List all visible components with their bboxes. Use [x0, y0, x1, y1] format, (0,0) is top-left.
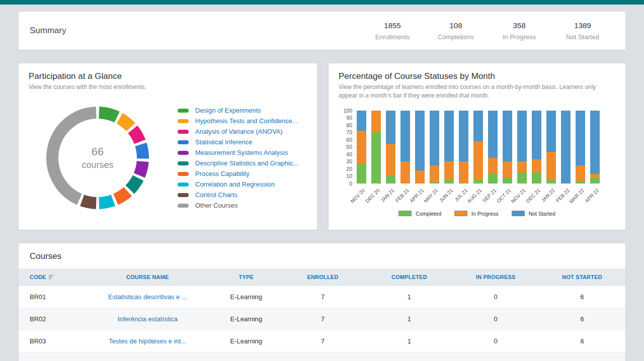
bar-segment-completed[interactable] [532, 172, 541, 184]
donut-segment-1[interactable] [120, 119, 131, 128]
legend-label[interactable]: Descriptive Statistics and Graphic... [195, 159, 298, 167]
bar-segment-completed[interactable] [503, 177, 512, 184]
bar-segment-in-progress[interactable] [517, 161, 527, 172]
cell-enrolled: 7 [280, 352, 366, 361]
sort-icon[interactable] [49, 275, 55, 280]
bar-segment-in-progress[interactable] [590, 174, 600, 177]
bar-segment-not-started[interactable] [400, 111, 410, 162]
bar-legend-label: Not Started [529, 211, 555, 217]
column-header-inprogress[interactable]: IN PROGRESS [452, 268, 539, 286]
cell-name[interactable]: Testes de hipóteses e int... [83, 330, 213, 352]
bar-segment-completed[interactable] [371, 132, 381, 184]
bar-segment-completed[interactable] [444, 180, 454, 184]
cell-name[interactable]: Inferência estatística [83, 308, 213, 330]
bar-segment-completed[interactable] [546, 180, 556, 184]
cell-name[interactable]: Estatísticas descritivas e ... [83, 286, 213, 308]
cell-completed: 1 [366, 286, 452, 308]
bar-segment-in-progress[interactable] [371, 111, 381, 133]
donut-segment-9[interactable] [52, 113, 96, 199]
bar-segment-in-progress[interactable] [386, 144, 395, 176]
donut-legend-item-4[interactable]: Measurement Systems Analysis [178, 147, 298, 158]
column-header-completed[interactable]: COMPLETED [366, 268, 452, 286]
bar-segment-not-started[interactable] [546, 111, 556, 152]
legend-label[interactable]: Statistical Inference [195, 138, 252, 146]
bar-segment-not-started[interactable] [430, 111, 439, 165]
column-header-code[interactable]: CODE [19, 268, 83, 286]
bar-segment-in-progress[interactable] [473, 141, 483, 180]
legend-label[interactable]: Measurement Systems Analysis [195, 149, 288, 156]
bar-segment-not-started[interactable] [488, 111, 498, 158]
donut-segment-4[interactable] [139, 161, 143, 175]
y-tick-label: 0 [349, 180, 352, 187]
bar-column-jul-21 [459, 111, 468, 184]
donut-legend-item-9[interactable]: Other Courses [178, 200, 298, 211]
donut-legend-item-8[interactable]: Control Charts [178, 190, 298, 200]
column-header-notstarted[interactable]: NOT STARTED [539, 268, 625, 286]
donut-legend-item-0[interactable]: Design of Experiments [178, 105, 298, 116]
bar-segment-not-started[interactable] [532, 111, 541, 159]
donut-segment-2[interactable] [133, 130, 140, 142]
bar-segment-not-started[interactable] [386, 111, 395, 144]
bar-segment-not-started[interactable] [415, 111, 425, 170]
bar-segment-completed[interactable] [357, 164, 366, 184]
bar-segment-in-progress[interactable] [503, 161, 512, 177]
bar-segment-not-started[interactable] [459, 111, 468, 162]
donut-segment-7[interactable] [99, 201, 113, 203]
donut-legend-item-7[interactable]: Correlation and Regression [178, 179, 298, 190]
x-axis-label: AUG 21 [466, 188, 483, 204]
bar-segment-in-progress[interactable] [430, 165, 439, 182]
legend-label[interactable]: Design of Experiments [195, 107, 261, 114]
bar-segment-in-progress[interactable] [459, 161, 468, 184]
legend-label[interactable]: Control Charts [195, 191, 237, 199]
bar-segment-not-started[interactable] [517, 111, 527, 162]
bar-segment-in-progress[interactable] [400, 161, 410, 184]
donut-segment-0[interactable] [99, 113, 117, 117]
bar-segment-in-progress[interactable] [444, 161, 454, 179]
bar-segment-not-started[interactable] [561, 111, 571, 184]
bar-segment-completed[interactable] [473, 180, 483, 184]
donut-segment-3[interactable] [141, 145, 143, 159]
donut-legend-item-6[interactable]: Process Capability [178, 168, 298, 179]
column-header-type[interactable]: TYPE [213, 268, 280, 286]
bar-segment-in-progress[interactable] [546, 152, 556, 179]
bar-segment-not-started[interactable] [503, 111, 512, 162]
donut-legend-item-5[interactable]: Descriptive Statistics and Graphic... [178, 158, 298, 168]
column-header-name[interactable]: COURSE NAME [83, 268, 213, 286]
bar-segment-in-progress[interactable] [488, 158, 498, 174]
bar-segment-completed[interactable] [590, 177, 600, 184]
bar-segment-completed[interactable] [488, 174, 498, 184]
legend-label[interactable]: Hypothesis Tests and Confidence... [195, 117, 298, 125]
cell-completed: 1 [366, 330, 452, 352]
bar-segment-completed[interactable] [386, 176, 395, 184]
y-tick-label: 50 [346, 144, 352, 150]
bar-column-feb-21 [400, 111, 410, 184]
statuses-subtitle: View the percentage of learners enrolled… [339, 83, 615, 101]
bar-segment-not-started[interactable] [473, 111, 483, 141]
donut-legend-item-3[interactable]: Statistical Inference [178, 137, 298, 147]
donut-segment-6[interactable] [116, 192, 128, 199]
bar-segment-not-started[interactable] [590, 111, 600, 174]
cell-inprogress: 0 [452, 352, 539, 361]
legend-label[interactable]: Correlation and Regression [195, 180, 275, 188]
cell-inprogress: 0 [452, 308, 539, 330]
donut-legend-item-2[interactable]: Analysis of Variance (ANOVA) [178, 126, 298, 137]
bar-legend-item-not-started: Not Started [512, 211, 555, 217]
donut-segment-5[interactable] [130, 178, 138, 190]
legend-label[interactable]: Process Capability [195, 170, 250, 177]
donut-legend-item-1[interactable]: Hypothesis Tests and Confidence... [178, 116, 298, 126]
bar-segment-in-progress[interactable] [415, 170, 425, 184]
bar-segment-not-started[interactable] [357, 111, 366, 131]
bar-segment-in-progress[interactable] [357, 131, 366, 163]
bar-segment-not-started[interactable] [576, 111, 585, 165]
column-header-enrolled[interactable]: ENROLLED [280, 268, 366, 286]
donut-segment-8[interactable] [82, 201, 96, 203]
bar-segment-in-progress[interactable] [532, 159, 541, 172]
bar-segment-in-progress[interactable] [576, 165, 585, 182]
legend-label[interactable]: Analysis of Variance (ANOVA) [195, 128, 283, 135]
bar-segment-not-started[interactable] [444, 111, 454, 162]
bar-stack [561, 111, 571, 184]
bar-segment-completed[interactable] [517, 172, 527, 184]
cell-name[interactable]: Cartas de controle [83, 352, 213, 361]
cell-type: E-Learning [213, 352, 280, 361]
stat-value: 1389 [551, 21, 614, 30]
